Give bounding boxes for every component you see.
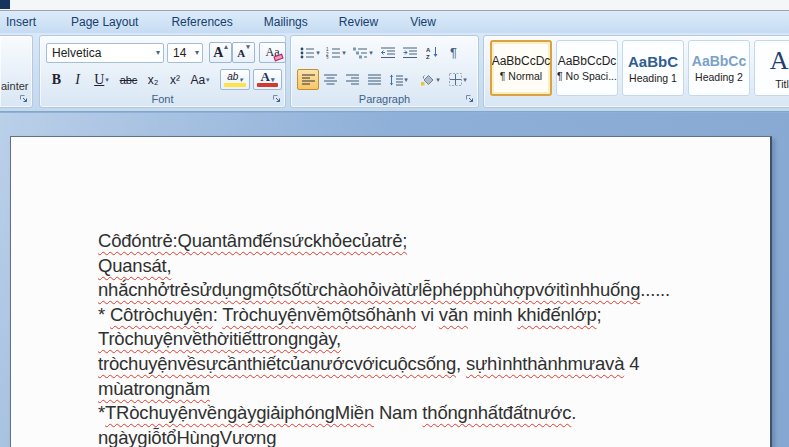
change-case-button[interactable]: Aa ▾: [186, 69, 214, 90]
multilevel-list-button[interactable]: ▾: [349, 42, 377, 63]
borders-icon: [449, 73, 462, 86]
highlighter-icon: ab: [227, 71, 238, 82]
align-right-button[interactable]: [341, 69, 363, 90]
paragraph-group-label: Paragraph: [291, 93, 478, 105]
shrink-font-button[interactable]: A▾: [232, 42, 255, 63]
style-preview: AaBbC: [628, 53, 678, 70]
tab-view[interactable]: View: [408, 13, 438, 31]
strikethrough-button[interactable]: abc: [115, 69, 142, 90]
underline-glyph: U: [94, 72, 104, 88]
font-color-bar: [257, 83, 278, 87]
document-line: tròchuyệnvềsựcầnthiếtcủanướcvớicuộcsống,…: [98, 352, 670, 377]
font-dialog-launcher-icon[interactable]: [272, 94, 282, 104]
chevron-down-icon: ▾: [316, 49, 320, 57]
increase-indent-button[interactable]: [399, 42, 421, 63]
tab-references[interactable]: References: [169, 13, 234, 31]
borders-button[interactable]: ▾: [444, 69, 472, 90]
justify-button[interactable]: [363, 69, 385, 90]
document-line: Quansát,: [98, 254, 670, 279]
text-segment: Nam: [374, 402, 422, 423]
underline-button[interactable]: U ▾: [88, 69, 115, 90]
bullets-button[interactable]: ▾: [297, 42, 323, 63]
styles-group: AaBbCcDc¶ NormalAaBbCcDc¶ No Spaci...AaB…: [483, 35, 789, 108]
font-size-combo[interactable]: 14 ▾: [167, 43, 203, 63]
document-line: mùatrongnăm: [98, 377, 670, 402]
subscript-button[interactable]: x₂: [142, 69, 164, 90]
style-title[interactable]: AaTitle: [754, 40, 789, 96]
document-line: Côđóntrẻ:Quantâmđếnsứckhỏecủatrẻ;: [98, 229, 670, 254]
clipboard-group-partial: ainter: [0, 35, 33, 108]
style-preview: Aa: [770, 46, 789, 76]
align-center-button[interactable]: [319, 69, 341, 90]
window-corner-fragment: [0, 0, 10, 9]
chevron-down-icon: ▾: [463, 76, 467, 84]
misspelled-text: mùatrongnăm: [98, 378, 210, 399]
align-left-icon: [302, 74, 315, 86]
text-segment: :: [213, 304, 223, 325]
text-segment: minh: [468, 304, 517, 325]
text-segment: ,: [456, 353, 466, 374]
style-nospacing[interactable]: AaBbCcDc¶ No Spaci...: [556, 40, 618, 96]
paint-bucket-icon: [420, 73, 435, 86]
line-spacing-button[interactable]: ▾: [385, 69, 412, 90]
style-name: Title: [775, 78, 789, 90]
bold-glyph: B: [52, 72, 61, 88]
chevron-down-icon: ▾: [404, 76, 408, 84]
document-line: nhắcnhởtrẻsửdụngmộtsốtừchàohỏivàtừlễphép…: [98, 278, 670, 303]
misspelled-text: Quansát,: [98, 255, 171, 276]
style-heading1[interactable]: AaBbCHeading 1: [622, 40, 684, 96]
decrease-indent-button[interactable]: [377, 42, 399, 63]
style-name: Heading 2: [695, 71, 743, 83]
bold-button[interactable]: B: [46, 69, 67, 90]
svg-text:Z: Z: [426, 54, 430, 59]
tab-mailings[interactable]: Mailings: [262, 13, 310, 31]
chevron-down-icon: ▾: [156, 48, 160, 57]
grow-font-button[interactable]: A▴: [209, 42, 232, 63]
document-workspace: Côđóntrẻ:Quantâmđếnsứckhỏecủatrẻ;Quansát…: [0, 113, 789, 447]
show-paragraph-marks-button[interactable]: ¶: [443, 42, 464, 63]
align-left-button[interactable]: [297, 69, 319, 90]
line-spacing-icon: [389, 74, 403, 86]
misspelled-text: Côtròchuyện: [110, 304, 213, 325]
superscript-button[interactable]: x²: [164, 69, 186, 90]
sort-button[interactable]: A Z: [421, 42, 443, 63]
font-color-button[interactable]: A ▾: [253, 69, 282, 90]
ribbon-tab-bar: Insert Page Layout References Mailings R…: [0, 11, 789, 33]
text-segment: ......: [640, 279, 670, 300]
chevron-down-icon: ▾: [369, 49, 373, 57]
misspelled-text: ngàygiỗtổHùngVương: [98, 427, 276, 447]
svg-text:3: 3: [326, 55, 329, 59]
decrease-indent-icon: [381, 47, 395, 59]
style-heading2[interactable]: AaBbCcHeading 2: [688, 40, 750, 96]
format-painter-label[interactable]: ainter: [1, 80, 29, 92]
misspelled-text: Tròchuyệnvềmộtsốhành: [222, 304, 416, 325]
clear-formatting-button[interactable]: Aa: [259, 42, 286, 63]
chevron-down-icon: ▾: [436, 76, 440, 84]
align-center-icon: [324, 74, 337, 86]
chevron-down-icon: ▾: [206, 76, 210, 84]
clipboard-dialog-launcher-icon[interactable]: [19, 94, 29, 104]
style-preview: AaBbCc: [692, 53, 746, 69]
font-name-combo[interactable]: Helvetica ▾: [46, 43, 164, 63]
pilcrow-icon: ¶: [450, 45, 457, 60]
align-right-icon: [346, 74, 359, 86]
arrow-down-icon: ▾: [246, 43, 250, 51]
text-segment: 4: [624, 353, 639, 374]
numbered-list-icon: 123: [326, 47, 341, 59]
tab-review[interactable]: Review: [337, 13, 380, 31]
tab-page-layout[interactable]: Page Layout: [69, 13, 140, 31]
misspelled-text: tròchuyệnvềsựcầnthiếtcủanướcvớicuộcsống: [98, 353, 456, 374]
numbering-button[interactable]: 123 ▾: [323, 42, 349, 63]
italic-button[interactable]: I: [67, 69, 88, 90]
style-preview: AaBbCcDc: [492, 54, 551, 68]
change-case-glyph: Aa: [190, 73, 205, 87]
font-group: Helvetica ▾ 14 ▾ A▴ A▾ Aa: [39, 35, 286, 108]
shading-button[interactable]: ▾: [416, 69, 444, 90]
document-page[interactable]: Côđóntrẻ:Quantâmđếnsứckhỏecủatrẻ;Quansát…: [10, 136, 772, 447]
style-normal[interactable]: AaBbCcDc¶ Normal: [490, 40, 552, 96]
misspelled-text: sựhìnhthànhmưavà: [466, 353, 624, 374]
style-name: Heading 1: [629, 72, 677, 84]
text-highlight-button[interactable]: ab ▾: [220, 69, 250, 90]
tab-insert[interactable]: Insert: [4, 13, 38, 31]
paragraph-dialog-launcher-icon[interactable]: [465, 94, 475, 104]
